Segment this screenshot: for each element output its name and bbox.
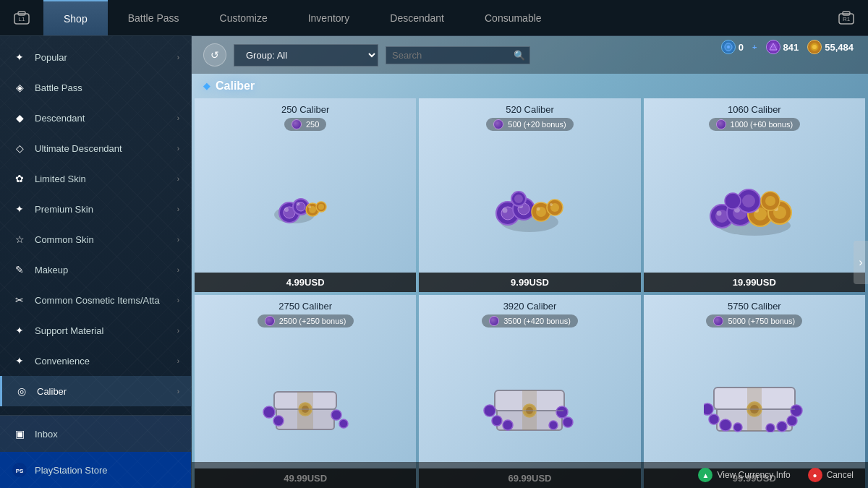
- product-250-caliber[interactable]: 250 Caliber 250: [195, 98, 416, 292]
- sidebar-item-battlepass[interactable]: ◈ Battle Pass: [0, 72, 191, 103]
- svg-point-89: [733, 423, 742, 432]
- premium-skin-icon: ✦: [12, 201, 27, 217]
- currency-bar: 0 + 841 55,484: [721, 40, 854, 54]
- convenience-icon: ✦: [12, 353, 27, 369]
- svg-point-67: [339, 419, 348, 428]
- sidebar-item-limited-skin[interactable]: ✿ Limited Skin ›: [0, 163, 191, 194]
- common-skin-icon: ☆: [12, 231, 27, 247]
- svg-point-76: [503, 420, 513, 430]
- sidebar-item-popular[interactable]: ✦ Popular ›: [0, 42, 191, 72]
- svg-marker-8: [770, 43, 777, 50]
- svg-point-29: [503, 207, 508, 213]
- search-container: 🔍: [386, 46, 530, 64]
- limited-skin-icon: ✿: [12, 171, 27, 187]
- product-amount-badge: 250: [284, 118, 326, 131]
- svg-point-35: [537, 207, 540, 210]
- sidebar-menu: ✦ Popular › ◈ Battle Pass ◆ Descendant ›…: [0, 36, 191, 415]
- tab-consumable[interactable]: Consumable: [464, 0, 562, 35]
- svg-point-7: [727, 46, 730, 48]
- cancel-btn: ●: [808, 468, 822, 482]
- svg-point-93: [766, 424, 775, 432]
- svg-point-57: [765, 196, 775, 206]
- sidebar-ps-store[interactable]: PS PlayStation Store: [0, 452, 191, 488]
- svg-text:PS: PS: [16, 468, 24, 474]
- product-1060-caliber[interactable]: 1060 Caliber 1000 (+60 bonus): [644, 98, 865, 292]
- tab-descendant[interactable]: Descendant: [370, 0, 464, 35]
- main-layout: ✦ Popular › ◈ Battle Pass ◆ Descendant ›…: [0, 36, 868, 488]
- svg-point-64: [263, 406, 275, 418]
- chevron-icon: ›: [177, 327, 179, 335]
- sidebar-inbox[interactable]: ▣ Inbox: [0, 416, 191, 452]
- popular-icon: ✦: [12, 49, 27, 65]
- svg-rect-63: [297, 392, 313, 429]
- svg-text:L1: L1: [19, 16, 25, 22]
- product-image: [419, 332, 640, 469]
- descendant-icon: ◆: [12, 110, 27, 126]
- product-amount-badge: 2500 (+250 bonus): [258, 314, 354, 328]
- chevron-icon: ›: [177, 296, 179, 304]
- product-price: 4.99USD: [195, 273, 416, 292]
- sidebar-item-convenience[interactable]: ✦ Convenience ›: [0, 346, 191, 376]
- add-currency-btn[interactable]: +: [752, 43, 757, 51]
- svg-point-20: [297, 202, 300, 205]
- product-image: [644, 135, 865, 273]
- product-5750-caliber[interactable]: 5750 Caliber 5000 (+750 bonus): [644, 295, 865, 489]
- tab-customize[interactable]: Customize: [200, 0, 288, 35]
- cancel-action[interactable]: ● Cancel: [808, 468, 854, 482]
- scroll-right-arrow[interactable]: ›: [854, 241, 868, 284]
- svg-point-17: [284, 207, 289, 212]
- product-amount-badge: 5000 (+750 bonus): [706, 314, 802, 328]
- ps-store-icon: PS: [12, 462, 27, 478]
- sidebar-item-descendant[interactable]: ◆ Descendant ›: [0, 103, 191, 133]
- search-icon[interactable]: 🔍: [514, 50, 525, 61]
- product-3920-caliber[interactable]: 3920 Caliber 3500 (+420 bonus): [419, 295, 640, 489]
- svg-point-87: [709, 414, 719, 424]
- search-input[interactable]: [392, 50, 514, 61]
- svg-point-88: [720, 419, 731, 431]
- view-currency-btn: ▲: [698, 468, 712, 482]
- svg-point-86: [704, 403, 713, 415]
- product-image: [195, 135, 416, 273]
- svg-point-91: [787, 416, 797, 426]
- chevron-icon: ›: [177, 388, 179, 395]
- tab-battlepass[interactable]: Battle Pass: [108, 0, 200, 35]
- product-520-caliber[interactable]: 520 Caliber 500 (+20 bonus): [419, 98, 640, 292]
- svg-point-10: [812, 45, 817, 49]
- makeup-icon: ✎: [12, 262, 27, 278]
- svg-point-75: [492, 416, 502, 426]
- sidebar-item-caliber[interactable]: ◎ Caliber ›: [0, 376, 191, 406]
- svg-text:R1: R1: [843, 16, 851, 22]
- content-area: ↺ Group: All 🔍 ◆ Caliber 250 Caliber 250: [192, 36, 868, 488]
- svg-point-90: [791, 405, 802, 416]
- tab-inventory[interactable]: Inventory: [288, 0, 370, 35]
- product-amount-badge: 1000 (+60 bonus): [709, 118, 801, 131]
- product-price: 9.99USD: [419, 273, 640, 292]
- ultimate-descendant-icon: ◇: [12, 140, 27, 156]
- refresh-button[interactable]: ↺: [203, 43, 226, 67]
- svg-point-55: [742, 194, 755, 207]
- product-image: [419, 135, 640, 273]
- svg-point-77: [556, 406, 568, 418]
- chevron-icon: ›: [177, 266, 179, 274]
- sidebar-item-makeup[interactable]: ✎ Makeup ›: [0, 254, 191, 285]
- chevron-icon: ›: [177, 357, 179, 365]
- svg-point-44: [716, 211, 721, 216]
- group-select[interactable]: Group: All: [234, 44, 378, 67]
- sidebar-item-ultimate-descendant[interactable]: ◇ Ultimate Descendant ›: [0, 133, 191, 163]
- sidebar-item-common-cosmetic[interactable]: ✂ Common Cosmetic Items/Atta ›: [0, 285, 191, 315]
- chevron-icon: ›: [177, 175, 179, 183]
- currency-gold: 55,484: [807, 40, 854, 54]
- sidebar-item-common-skin[interactable]: ☆ Common Skin ›: [0, 224, 191, 254]
- tab-shop[interactable]: Shop: [43, 0, 108, 35]
- svg-point-65: [273, 416, 284, 426]
- inbox-icon: ▣: [12, 426, 27, 442]
- view-currency-action[interactable]: ▲ View Currency Info: [698, 468, 790, 482]
- chevron-icon: ›: [177, 53, 179, 61]
- support-material-icon: ✦: [12, 322, 27, 338]
- currency-blue: 0: [721, 40, 744, 54]
- product-2750-caliber[interactable]: 2750 Caliber 2500 (+250 bonus): [195, 295, 416, 489]
- svg-point-23: [308, 205, 311, 208]
- sidebar-item-support-material[interactable]: ✦ Support Material ›: [0, 315, 191, 346]
- currency-purple: 841: [766, 40, 799, 54]
- sidebar-item-premium-skin[interactable]: ✦ Premium Skin ›: [0, 194, 191, 224]
